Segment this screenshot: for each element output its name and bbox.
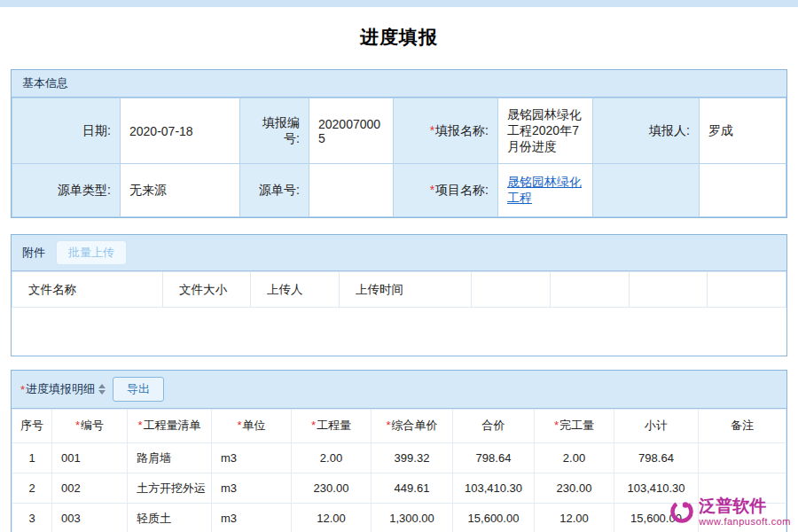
details-header-row: 序号*编号*工程量清单*单位*工程量*综合单价合价*完工量小计备注: [12, 410, 786, 443]
details-cell: 230.00: [535, 473, 614, 504]
basic-info-section: 基本信息 日期: 2020-07-18 填报编号: 2020070005 *填报…: [11, 69, 787, 218]
empty-label-cell: [593, 164, 700, 217]
required-mark-icon: *: [430, 123, 434, 137]
brand-text-block: 泛普软件 www.fanpusoft.com: [699, 497, 791, 527]
details-title: 进度填报明细: [26, 381, 95, 397]
details-column-header: *工程量: [292, 410, 372, 443]
details-cell: m3: [212, 443, 292, 473]
attachments-column-header: [550, 272, 629, 308]
reporter-value: 罗成: [700, 98, 786, 164]
details-column-header: *单位: [212, 410, 292, 443]
details-cell: 土方开挖外运: [128, 473, 212, 504]
details-cell: 230.00: [292, 473, 372, 504]
attachments-title: 附件: [22, 245, 45, 261]
details-cell: 798.64: [614, 443, 699, 473]
attachments-column-header: 文件大小: [163, 272, 251, 308]
attachments-column-header: [708, 272, 786, 308]
details-header-bar: * 进度填报明细 导出: [12, 371, 786, 409]
attachments-column-header: 上传时间: [340, 272, 472, 308]
project-name-label: *项目名称:: [394, 164, 498, 217]
source-type-label: 源单类型:: [12, 164, 121, 217]
top-strip: [0, 0, 798, 7]
basic-info-row-1: 日期: 2020-07-18 填报编号: 2020070005 *填报名称: 晟…: [12, 98, 786, 164]
details-column-header: 序号: [12, 410, 52, 443]
required-mark-icon: *: [20, 383, 25, 396]
attachments-column-header: [472, 272, 551, 308]
attachments-section: 附件 批量上传 文件名称文件大小上传人上传时间: [11, 234, 787, 356]
brand-website: www.fanpusoft.com: [699, 516, 791, 527]
details-cell: 12.00: [292, 504, 372, 532]
date-value: 2020-07-18: [121, 98, 240, 164]
required-mark-icon: *: [137, 419, 142, 432]
required-mark-icon: *: [386, 419, 390, 432]
page-title: 进度填报: [0, 25, 798, 50]
details-column-header: *编号: [52, 410, 128, 443]
details-column-header: 小计: [614, 410, 699, 443]
attachments-empty-area: [12, 308, 786, 356]
details-cell: 1,300.00: [372, 504, 453, 532]
brand-watermark: 泛普软件 www.fanpusoft.com: [669, 497, 791, 527]
details-cell: 001: [52, 443, 128, 473]
export-button[interactable]: 导出: [113, 377, 164, 402]
reporter-label: 填报人:: [593, 98, 700, 164]
details-cell: [699, 443, 786, 473]
report-no-value: 2020070005: [309, 98, 394, 164]
details-column-header: 备注: [699, 410, 786, 443]
details-cell: 路肩墙: [128, 443, 212, 473]
screen: 进度填报 基本信息 日期: 2020-07-18 填报编号: 202007000…: [0, 0, 798, 532]
details-cell: 399.32: [372, 443, 453, 473]
details-column-header: *完工量: [535, 410, 614, 443]
details-row[interactable]: 1001路肩墙m32.00399.32798.642.00798.64: [12, 443, 786, 473]
report-name-value: 晟铭园林绿化工程2020年7月份进度: [498, 98, 593, 164]
details-cell: 1: [12, 443, 52, 473]
report-name-label: *填报名称:: [394, 98, 498, 164]
details-column-header: *综合单价: [372, 410, 453, 443]
empty-value-cell: [700, 164, 786, 217]
required-mark-icon: *: [311, 419, 316, 432]
attachments-table: 文件名称文件大小上传人上传时间: [12, 271, 786, 308]
details-cell: 轻质土: [128, 504, 212, 532]
source-no-label: 源单号:: [240, 164, 309, 217]
project-name-link[interactable]: 晟铭园林绿化工程: [507, 175, 582, 205]
fanpu-logo-icon: [669, 498, 695, 525]
basic-info-title: 基本信息: [22, 75, 68, 91]
required-mark-icon: *: [75, 419, 80, 432]
date-label: 日期:: [12, 98, 121, 164]
collapse-spinner-icon[interactable]: [98, 384, 106, 395]
batch-upload-button[interactable]: 批量上传: [56, 240, 127, 265]
details-column-header: 合价: [453, 410, 535, 443]
brand-name: 泛普软件: [699, 497, 791, 516]
required-mark-icon: *: [237, 419, 241, 432]
required-mark-icon: *: [554, 419, 559, 432]
required-mark-icon: *: [430, 183, 434, 197]
details-cell: 103,410.30: [453, 473, 535, 504]
details-cell: 2.00: [535, 443, 614, 473]
details-cell: m3: [212, 504, 292, 532]
details-cell: 2: [12, 473, 52, 504]
details-cell: 449.61: [372, 473, 453, 504]
report-no-label: 填报编号:: [240, 98, 309, 164]
details-cell: 798.64: [453, 443, 535, 473]
details-cell: 15,600.00: [453, 504, 535, 532]
details-cell: 3: [12, 504, 52, 532]
attachments-column-header: 上传人: [251, 272, 340, 308]
attachments-header-bar: 附件 批量上传: [12, 235, 786, 271]
details-cell: 003: [52, 504, 128, 532]
source-type-value: 无来源: [121, 164, 240, 217]
details-cell: 2.00: [292, 443, 372, 473]
attachments-column-header: [629, 272, 708, 308]
attachments-column-header: 文件名称: [12, 272, 163, 308]
details-column-header: *工程量清单: [128, 410, 212, 443]
report-name-label-text: 填报名称:: [435, 123, 489, 137]
source-no-value: [309, 164, 394, 217]
basic-info-row-2: 源单类型: 无来源 源单号: *项目名称: 晟铭园林绿化工程: [12, 164, 786, 217]
details-cell: 002: [52, 473, 128, 504]
basic-info-table: 日期: 2020-07-18 填报编号: 2020070005 *填报名称: 晟…: [12, 98, 786, 217]
details-cell: m3: [212, 473, 292, 504]
basic-info-header-bar: 基本信息: [12, 70, 786, 98]
project-name-cell: 晟铭园林绿化工程: [498, 164, 593, 217]
project-name-label-text: 项目名称:: [435, 183, 489, 197]
details-cell: 12.00: [535, 504, 614, 532]
attachments-header-row: 文件名称文件大小上传人上传时间: [12, 272, 786, 308]
